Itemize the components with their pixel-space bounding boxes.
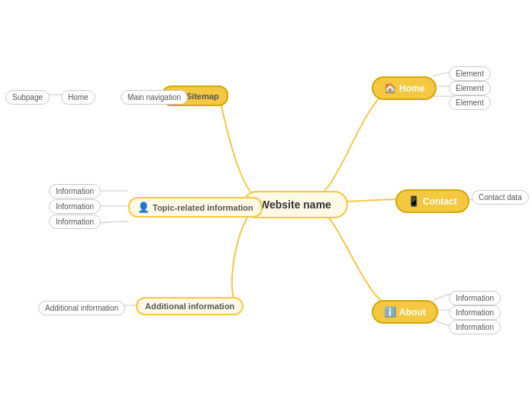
home-label: Home (399, 83, 424, 94)
about-node[interactable]: ℹ️ About (372, 300, 438, 324)
subpage-node[interactable]: Subpage (5, 90, 50, 105)
contact-icon: 📱 (408, 195, 420, 207)
about-info-3[interactable]: Information (449, 320, 501, 334)
home-element-1[interactable]: Element (449, 66, 491, 81)
home-element-3[interactable]: Element (449, 95, 491, 110)
topic-info-3[interactable]: Information (49, 215, 101, 229)
contact-data[interactable]: Contact data (472, 190, 529, 205)
topic-info-1[interactable]: Information (49, 184, 101, 198)
main-nav-node[interactable]: Main navigation (121, 90, 188, 105)
about-info-1[interactable]: Information (449, 291, 501, 305)
topic-icon: 👤 (137, 202, 150, 213)
about-icon: ℹ️ (384, 306, 396, 318)
contact-label: Contact (423, 196, 457, 207)
topic-label: Topic-related information (153, 203, 253, 212)
center-label: Website name (260, 198, 331, 211)
home-icon: 🏠 (384, 82, 396, 94)
about-info-2[interactable]: Information (449, 305, 501, 320)
topic-info-2[interactable]: Information (49, 199, 101, 214)
additional-label: Additional information (145, 302, 234, 311)
sitemap-label: Sitemap (186, 92, 219, 101)
additional-sub[interactable]: Additional information (38, 301, 125, 315)
home-element-2[interactable]: Element (449, 81, 491, 95)
home-node[interactable]: 🏠 Home (372, 76, 437, 100)
about-label: About (399, 307, 426, 318)
contact-node[interactable]: 📱 Contact (395, 189, 469, 213)
topic-node[interactable]: 👤 Topic-related information (128, 197, 263, 218)
home-chain-node[interactable]: Home (61, 90, 95, 105)
additional-node[interactable]: Additional information (136, 297, 243, 315)
